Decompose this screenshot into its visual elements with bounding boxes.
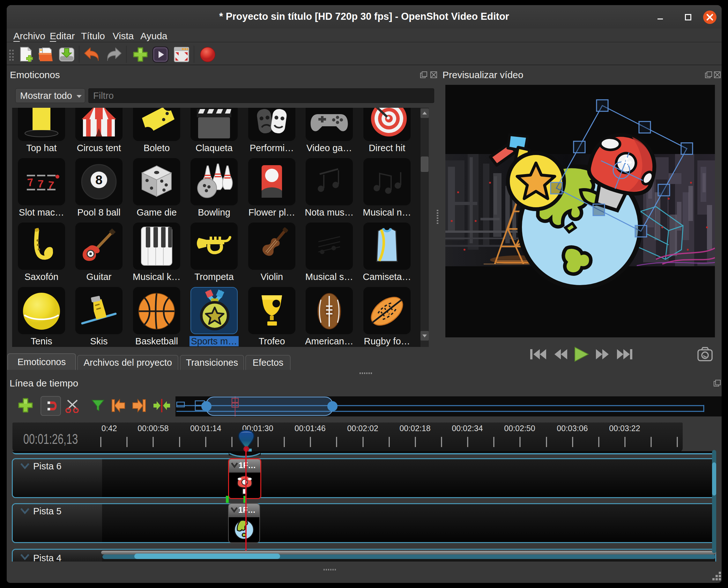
svg-text:7: 7 [47, 178, 55, 191]
svg-text:7: 7 [38, 177, 44, 190]
svg-text:8: 8 [95, 173, 102, 187]
svg-text:7: 7 [27, 176, 34, 189]
